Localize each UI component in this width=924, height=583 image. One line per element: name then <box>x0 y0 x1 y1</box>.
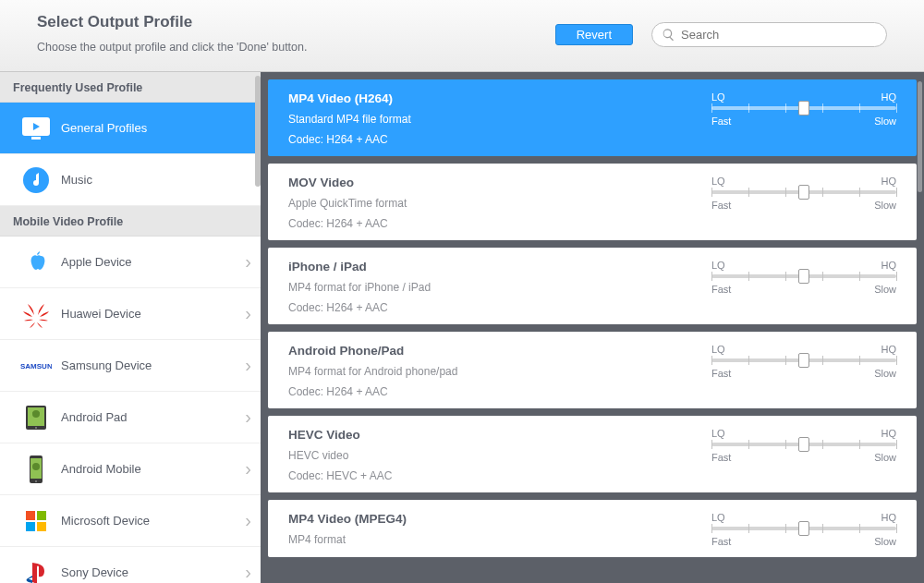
slider-thumb[interactable] <box>798 269 809 284</box>
slider-fast-label: Fast <box>711 368 731 379</box>
sidebar-group-title: Mobile Video Profile <box>0 206 261 237</box>
slider-fast-label: Fast <box>711 284 731 295</box>
chevron-right-icon: › <box>245 407 251 428</box>
slider-fast-label: Fast <box>711 200 731 211</box>
slider-track[interactable] <box>711 358 896 362</box>
slider-slow-label: Slow <box>874 200 896 211</box>
slider-slow-label: Slow <box>874 115 896 127</box>
sidebar-item-samsung-device[interactable]: Samsung Device› <box>0 340 261 392</box>
slider-thumb[interactable] <box>798 101 809 115</box>
slider-track[interactable] <box>711 443 896 446</box>
profile-subtitle: Apple QuickTime format <box>288 197 407 210</box>
slider-thumb[interactable] <box>798 521 809 536</box>
search-icon <box>662 28 675 42</box>
android-pad-icon <box>17 400 55 435</box>
profile-title: Android Phone/Pad <box>288 344 457 358</box>
slider-track[interactable] <box>711 190 896 194</box>
slider-thumb[interactable] <box>798 185 809 200</box>
slider-hq-label: HQ <box>881 176 897 187</box>
slider-lq-label: LQ <box>711 512 725 523</box>
profile-codec: Codec: H264 + AAC <box>288 301 431 314</box>
slider-lq-label: LQ <box>711 176 725 187</box>
slider-thumb[interactable] <box>798 353 809 368</box>
quality-slider[interactable]: LQHQFastSlow <box>711 176 896 230</box>
profile-title: MP4 Video (MPEG4) <box>288 512 407 526</box>
slider-lq-label: LQ <box>711 344 725 355</box>
slider-track[interactable] <box>711 527 896 530</box>
music-disc-icon <box>17 163 55 198</box>
search-input[interactable] <box>681 23 877 46</box>
profile-title: MP4 Video (H264) <box>288 91 411 105</box>
profile-subtitle: MP4 format for Android phone/pad <box>288 365 457 378</box>
sidebar-item-huawei-device[interactable]: Huawei Device› <box>0 288 261 340</box>
profile-card[interactable]: HEVC VideoHEVC videoCodec: HEVC + AACLQH… <box>268 416 917 492</box>
slider-slow-label: Slow <box>874 536 896 547</box>
profile-title: MOV Video <box>288 176 407 189</box>
slider-fast-label: Fast <box>711 452 731 463</box>
revert-button[interactable]: Revert <box>555 24 633 45</box>
profile-list: MP4 Video (H264)Standard MP4 file format… <box>261 72 924 583</box>
profile-card[interactable]: iPhone / iPadMP4 format for iPhone / iPa… <box>268 248 917 324</box>
sidebar-item-label: Huawei Device <box>61 307 245 321</box>
profile-title: HEVC Video <box>288 428 392 442</box>
sidebar-item-label: Sony Device <box>61 565 245 579</box>
apple-icon <box>17 245 55 280</box>
profile-codec: Codec: H264 + AAC <box>288 217 407 230</box>
android-mobile-icon <box>17 452 55 487</box>
page-title: Select Output Profile <box>37 13 307 31</box>
sidebar-group-title: Frequently Used Profile <box>0 72 261 103</box>
profile-subtitle: MP4 format for iPhone / iPad <box>288 281 431 294</box>
slider-fast-label: Fast <box>711 115 731 127</box>
slider-lq-label: LQ <box>711 260 725 271</box>
profile-card[interactable]: MP4 Video (H264)Standard MP4 file format… <box>268 79 917 156</box>
quality-slider[interactable]: LQHQFastSlow <box>711 512 896 547</box>
chevron-right-icon: › <box>245 458 251 480</box>
profile-subtitle: Standard MP4 file format <box>288 113 411 126</box>
slider-hq-label: HQ <box>881 91 897 103</box>
quality-slider[interactable]: LQHQFastSlow <box>711 344 896 398</box>
slider-fast-label: Fast <box>711 536 731 547</box>
profile-codec: Codec: H264 + AAC <box>288 385 457 398</box>
slider-hq-label: HQ <box>881 428 897 439</box>
profile-subtitle: HEVC video <box>288 449 392 462</box>
sidebar-item-label: Samsung Device <box>61 358 245 372</box>
profile-card[interactable]: Android Phone/PadMP4 format for Android … <box>268 332 917 408</box>
chevron-right-icon: › <box>245 251 251 273</box>
slider-hq-label: HQ <box>881 512 897 523</box>
sidebar-item-android-mobile[interactable]: Android Mobile› <box>0 443 261 495</box>
slider-thumb[interactable] <box>798 437 809 452</box>
sidebar-item-sony-device[interactable]: Sony Device› <box>0 547 261 583</box>
sidebar-item-label: Microsoft Device <box>61 514 245 528</box>
slider-lq-label: LQ <box>711 428 725 439</box>
profile-card[interactable]: MP4 Video (MPEG4)MP4 formatLQHQFastSlow <box>268 500 917 557</box>
slider-slow-label: Slow <box>874 284 896 295</box>
quality-slider[interactable]: LQHQFastSlow <box>711 260 896 314</box>
monitor-play-icon <box>17 111 55 146</box>
huawei-icon <box>17 297 55 332</box>
quality-slider[interactable]: LQHQFastSlow <box>711 428 896 482</box>
microsoft-icon <box>17 504 55 539</box>
profile-codec: Codec: HEVC + AAC <box>288 469 392 482</box>
profile-title: iPhone / iPad <box>288 260 431 273</box>
sidebar: Frequently Used ProfileGeneral ProfilesM… <box>0 72 261 583</box>
main-scrollbar[interactable] <box>918 81 922 192</box>
slider-track[interactable] <box>711 274 896 278</box>
sidebar-item-general-profiles[interactable]: General Profiles <box>0 103 261 154</box>
slider-track[interactable] <box>711 106 896 110</box>
slider-slow-label: Slow <box>874 452 896 463</box>
sidebar-item-label: General Profiles <box>61 121 251 135</box>
sidebar-item-music[interactable]: Music <box>0 154 261 206</box>
sidebar-item-label: Apple Device <box>61 255 245 269</box>
sidebar-item-android-pad[interactable]: Android Pad› <box>0 392 261 443</box>
samsung-icon <box>17 348 55 383</box>
profile-subtitle: MP4 format <box>288 533 407 546</box>
sidebar-item-label: Music <box>61 173 251 187</box>
quality-slider[interactable]: LQHQFastSlow <box>711 91 896 146</box>
sidebar-item-label: Android Mobile <box>61 462 245 476</box>
profile-card[interactable]: MOV VideoApple QuickTime formatCodec: H2… <box>268 164 917 240</box>
sidebar-item-apple-device[interactable]: Apple Device› <box>0 237 261 288</box>
playstation-icon <box>17 555 55 584</box>
search-field[interactable] <box>651 22 887 47</box>
page-subtitle: Choose the output profile and click the … <box>37 41 307 54</box>
sidebar-item-microsoft-device[interactable]: Microsoft Device› <box>0 495 261 547</box>
